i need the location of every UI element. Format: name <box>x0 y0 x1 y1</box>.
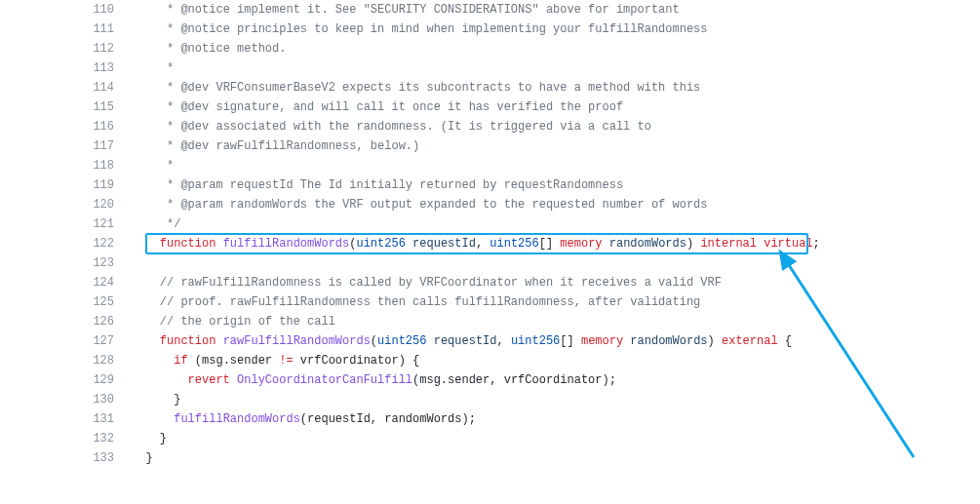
code-line: 123 <box>83 253 980 273</box>
line-content: * @dev rawFulfillRandomness, below.) <box>132 136 980 156</box>
code-token <box>230 373 237 387</box>
code-token: uint256 <box>377 334 426 348</box>
code-token: , <box>476 237 490 251</box>
code-token: ) <box>708 334 722 348</box>
code-line: 119 * @param requestId The Id initially … <box>83 175 980 195</box>
code-line: 125 // proof. rawFulfillRandomness then … <box>83 292 980 312</box>
code-token: * @param randomWords the VRF output expa… <box>167 198 708 212</box>
line-content: * @dev associated with the randomness. (… <box>132 117 980 136</box>
code-line: 124 // rawFulfillRandomness is called by… <box>83 273 980 292</box>
code-token: * @notice principles to keep in mind whe… <box>167 22 708 36</box>
code-token: * <box>167 159 174 173</box>
code-line: 111 * @notice principles to keep in mind… <box>83 19 980 39</box>
code-line: 127 function rawFulfillRandomWords(uint2… <box>83 331 980 351</box>
line-content: revert OnlyCoordinatorCanFulfill(msg.sen… <box>132 370 980 390</box>
line-number: 115 <box>83 97 132 117</box>
line-content: * @param randomWords the VRF output expa… <box>132 195 980 214</box>
code-token: ( <box>371 334 377 348</box>
code-token: internal <box>700 237 757 251</box>
line-content: } <box>132 429 980 448</box>
code-token: if <box>174 354 187 368</box>
code-token: (msg.sender <box>188 354 280 368</box>
code-token: randomWords <box>609 237 686 251</box>
line-number: 112 <box>83 39 132 58</box>
code-token: * @param requestId The Id initially retu… <box>167 178 623 192</box>
line-number: 121 <box>83 214 132 234</box>
line-number: 132 <box>83 429 132 448</box>
code-token: rawFulfillRandomWords <box>223 334 371 348</box>
code-token: [] <box>560 334 581 348</box>
code-token: // rawFulfillRandomness is called by VRF… <box>160 276 722 290</box>
code-token: fulfillRandomWords <box>174 412 300 426</box>
code-token: * @dev associated with the randomness. (… <box>167 120 651 134</box>
code-line: 133 } <box>83 448 980 468</box>
line-content: } <box>132 448 980 468</box>
code-line: 132 } <box>83 429 980 448</box>
line-content: * @notice principles to keep in mind whe… <box>132 19 980 39</box>
code-token: * @notice implement it. See "SECURITY CO… <box>167 3 680 17</box>
code-token: * <box>167 61 174 75</box>
code-token: */ <box>167 217 180 231</box>
code-token: function <box>160 237 216 251</box>
code-token: (msg.sender, vrfCoordinator); <box>412 373 616 387</box>
line-number: 125 <box>83 292 132 312</box>
line-number: 116 <box>83 117 132 136</box>
code-token: virtual <box>764 237 812 251</box>
line-content: * @dev signature, and will call it once … <box>132 97 980 117</box>
line-content: function fulfillRandomWords(uint256 requ… <box>132 234 980 253</box>
line-number: 110 <box>83 0 132 19</box>
code-token <box>406 237 412 251</box>
code-token <box>426 334 433 348</box>
code-token: requestId <box>412 237 476 251</box>
code-token: * @dev VRFConsumerBaseV2 expects its sub… <box>167 81 700 95</box>
code-token: * @dev rawFulfillRandomness, below.) <box>167 139 419 153</box>
line-number: 133 <box>83 448 132 468</box>
code-token: fulfillRandomWords <box>223 237 350 251</box>
line-content: fulfillRandomWords(requestId, randomWord… <box>132 409 980 429</box>
code-token: } <box>174 393 180 407</box>
code-line: 113 * <box>83 58 980 78</box>
line-number: 126 <box>83 312 132 331</box>
code-token: function <box>160 334 216 348</box>
code-token: vrfCoordinator) { <box>294 354 420 368</box>
code-line: 126 // the origin of the call <box>83 312 980 331</box>
line-number: 129 <box>83 370 132 390</box>
code-line: 128 if (msg.sender != vrfCoordinator) { <box>83 351 980 370</box>
code-token: * @notice method. <box>167 42 286 56</box>
code-token: } <box>145 451 152 465</box>
line-number: 114 <box>83 78 132 97</box>
code-token <box>603 237 609 251</box>
code-token: uint256 <box>356 237 405 251</box>
line-number: 124 <box>83 273 132 292</box>
code-token: randomWords <box>630 334 707 348</box>
line-number: 128 <box>83 351 132 370</box>
code-line: 116 * @dev associated with the randomnes… <box>83 117 980 136</box>
code-token: != <box>279 354 293 368</box>
line-number: 111 <box>83 19 132 39</box>
code-block: 110 * @notice implement it. See "SECURIT… <box>0 0 980 468</box>
line-content: // rawFulfillRandomness is called by VRF… <box>132 273 980 292</box>
code-line: 122 function fulfillRandomWords(uint256 … <box>83 234 980 253</box>
code-token: , <box>497 334 511 348</box>
code-token: requestId <box>434 334 497 348</box>
line-content: function rawFulfillRandomWords(uint256 r… <box>132 331 980 351</box>
code-token: memory <box>581 334 623 348</box>
line-content: * <box>132 156 980 175</box>
line-number: 122 <box>83 234 132 253</box>
code-line: 112 * @notice method. <box>83 39 980 58</box>
code-token <box>216 237 222 251</box>
line-number: 117 <box>83 136 132 156</box>
code-line: 121 */ <box>83 214 980 234</box>
code-token: memory <box>560 237 602 251</box>
line-content: // proof. rawFulfillRandomness then call… <box>132 292 980 312</box>
code-token: revert <box>188 373 230 387</box>
code-line: 130 } <box>83 390 980 409</box>
code-token: uint256 <box>490 237 538 251</box>
code-line: 114 * @dev VRFConsumerBaseV2 expects its… <box>83 78 980 97</box>
code-line: 118 * <box>83 156 980 175</box>
line-content: * @notice method. <box>132 39 980 58</box>
line-number: 123 <box>83 253 132 273</box>
line-content: // the origin of the call <box>132 312 980 331</box>
code-token: // proof. rawFulfillRandomness then call… <box>160 295 701 309</box>
line-content: } <box>132 390 980 409</box>
